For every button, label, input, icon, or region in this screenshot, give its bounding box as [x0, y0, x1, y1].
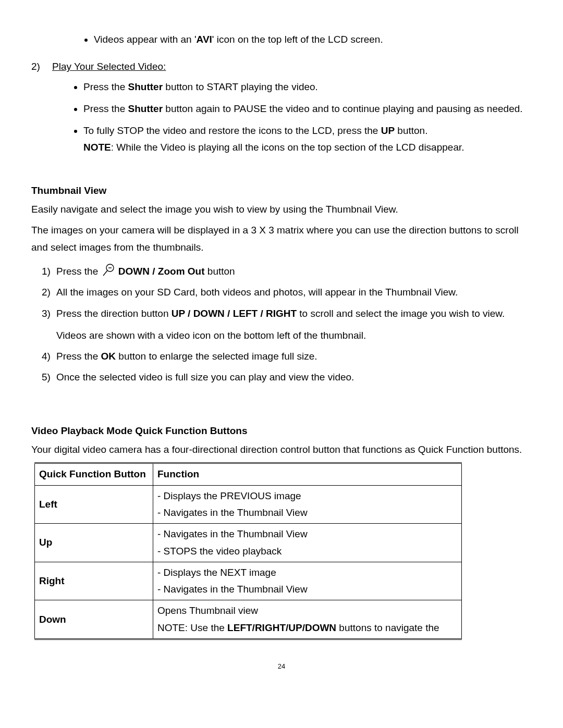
- col-button-header: Quick Function Button: [35, 463, 153, 485]
- page-number: 24: [31, 661, 532, 672]
- func-cell: - Displays the NEXT image - Navigates in…: [153, 562, 462, 600]
- nav-bold: LEFT/RIGHT/UP/DOWN: [227, 622, 336, 633]
- thumbnail-view-heading: Thumbnail View: [31, 182, 532, 199]
- text: Press the direction button: [56, 308, 172, 319]
- text: button.: [395, 125, 427, 136]
- magnifier-minus-icon: [101, 263, 116, 277]
- step-sub-text: Videos are shown with a video icon on th…: [56, 327, 532, 344]
- up-label: UP: [381, 125, 395, 136]
- list-item: To fully STOP the video and restore the …: [83, 122, 532, 156]
- thumbnail-intro-1: Easily navigate and select the image you…: [31, 201, 532, 218]
- text: Videos appear with an ': [94, 34, 197, 45]
- text: button to START playing the video.: [163, 81, 318, 92]
- func-line: - Displays the PREVIOUS image: [157, 488, 457, 504]
- list-item: Press the Shutter button to START playin…: [83, 79, 532, 95]
- table-header-row: Quick Function Button Function: [35, 463, 462, 485]
- func-cell: - Navigates in the Thumbnail View - STOP…: [153, 524, 462, 562]
- list-number: 5): [42, 369, 56, 386]
- btn-cell: Up: [35, 524, 153, 562]
- table-row: Down Opens Thumbnail view NOTE: Use the …: [35, 600, 462, 639]
- text: Press the: [56, 266, 101, 277]
- func-line: - Displays the NEXT image: [157, 564, 457, 581]
- direction-label: UP / DOWN / LEFT / RIGHT: [172, 308, 297, 319]
- text: button: [205, 266, 235, 277]
- table-row: Up - Navigates in the Thumbnail View - S…: [35, 524, 462, 562]
- list-item: 3) Press the direction button UP / DOWN …: [42, 305, 532, 344]
- ok-label: OK: [101, 351, 116, 362]
- btn-cell: Right: [35, 562, 153, 600]
- func-cell: - Displays the PREVIOUS image - Navigate…: [153, 485, 462, 524]
- list-number: 1): [42, 263, 56, 280]
- thumbnail-intro-2: The images on your camera will be displa…: [31, 222, 532, 256]
- shutter-label: Shutter: [128, 103, 163, 114]
- list-number: 2): [31, 58, 52, 75]
- list-item: 4) Press the OK button to enlarge the se…: [42, 348, 532, 365]
- quick-function-table: Quick Function Button Function Left - Di…: [34, 462, 462, 640]
- func-cell: Opens Thumbnail view NOTE: Use the LEFT/…: [153, 600, 462, 639]
- text: ' icon on the top left of the LCD screen…: [212, 34, 383, 45]
- note-label: NOTE: [83, 142, 111, 153]
- text: Press the: [56, 351, 101, 362]
- play-bullets: Press the Shutter button to START playin…: [83, 79, 532, 156]
- col-function-header: Function: [153, 463, 462, 485]
- thumbnail-steps: 1) Press the DOWN / Zoom Out button 2) A…: [31, 263, 532, 386]
- list-number: 4): [42, 348, 56, 365]
- func-line: - STOPS the video playback: [157, 543, 457, 560]
- func-line: - Navigates in the Thumbnail View: [157, 581, 457, 598]
- func-line: - Navigates in the Thumbnail View: [157, 526, 457, 542]
- note-text: : While the Video is playing all the ico…: [111, 142, 464, 153]
- vpb-heading: Video Playback Mode Quick Function Butto…: [31, 423, 532, 439]
- video-avi-bullet: Videos appear with an 'AVI' icon on the …: [94, 31, 532, 48]
- step-content: All the images on your SD Card, both vid…: [56, 284, 532, 301]
- text: Press the: [83, 81, 128, 92]
- step-content: Once the selected video is full size you…: [56, 369, 532, 386]
- list-item: 2) All the images on your SD Card, both …: [42, 284, 532, 301]
- btn-cell: Left: [35, 485, 153, 524]
- list-item: Press the Shutter button again to PAUSE …: [83, 101, 532, 117]
- step-content: Press the direction button UP / DOWN / L…: [56, 305, 532, 344]
- text: button to enlarge the selected image ful…: [116, 351, 317, 362]
- list-item: 5) Once the selected video is full size …: [42, 369, 532, 386]
- play-selected-heading-row: 2) Play Your Selected Video:: [31, 58, 532, 75]
- avi-label: AVI: [197, 34, 212, 45]
- video-avi-bullet-list: Videos appear with an 'AVI' icon on the …: [31, 31, 532, 48]
- down-zoom-label: DOWN / Zoom Out: [118, 266, 205, 277]
- table-row: Left - Displays the PREVIOUS image - Nav…: [35, 485, 462, 524]
- func-line: Opens Thumbnail view: [157, 602, 457, 619]
- text: Press the: [83, 103, 128, 114]
- table-row: Right - Displays the NEXT image - Naviga…: [35, 562, 462, 600]
- text: To fully STOP the video and restore the …: [83, 125, 381, 136]
- shutter-label: Shutter: [128, 81, 163, 92]
- vpb-intro: Your digital video camera has a four-dir…: [31, 441, 532, 458]
- func-line: - Navigates in the Thumbnail View: [157, 504, 457, 521]
- step-content: Press the OK button to enlarge the selec…: [56, 348, 532, 365]
- list-number: 3): [42, 305, 56, 344]
- list-item: 1) Press the DOWN / Zoom Out button: [42, 263, 532, 280]
- list-number: 2): [42, 284, 56, 301]
- text: buttons to navigate the: [336, 622, 439, 633]
- step-content: Press the DOWN / Zoom Out button: [56, 263, 532, 280]
- text: to scroll and select the image you wish …: [297, 308, 505, 319]
- svg-line-2: [103, 270, 107, 276]
- func-line: NOTE: Use the LEFT/RIGHT/UP/DOWN buttons…: [157, 620, 457, 636]
- play-selected-heading: Play Your Selected Video:: [52, 58, 532, 75]
- btn-cell: Down: [35, 600, 153, 639]
- text: button again to PAUSE the video and to c…: [163, 103, 523, 114]
- text: NOTE: Use the: [157, 622, 227, 633]
